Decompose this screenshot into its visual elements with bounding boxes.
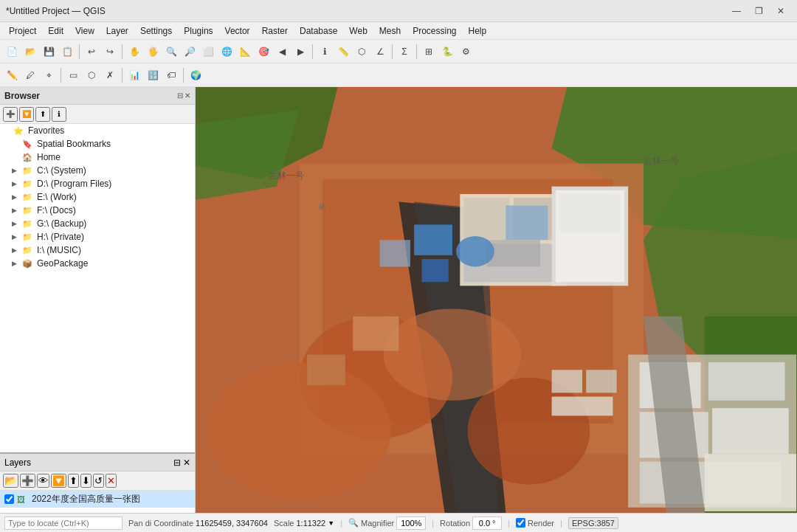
browser-add-btn[interactable]: ➕ [3, 107, 18, 122]
layers-filter-btn[interactable]: 🔽 [51, 474, 66, 488]
layers-move-up-btn[interactable]: ⬆ [68, 474, 79, 488]
menu-project[interactable]: Project [3, 24, 42, 38]
tb-undo[interactable]: ↩ [83, 43, 100, 61]
tb-label[interactable]: 🏷 [162, 66, 180, 84]
layers-close-btn[interactable]: ✕ [183, 457, 190, 468]
tb-zoom-full[interactable]: 🌐 [218, 43, 235, 61]
minimize-button[interactable]: — [726, 4, 747, 18]
tb-measure-area[interactable]: ⬡ [353, 43, 370, 61]
browser-toolbar: ➕ 🔽 ⬆ ℹ [0, 105, 195, 124]
menu-settings[interactable]: Settings [134, 24, 178, 38]
layer-visibility-checkbox[interactable] [4, 494, 14, 504]
scale-dropdown-btn[interactable]: ▼ [328, 519, 334, 527]
tb-pan-native[interactable]: 🖐 [144, 43, 162, 61]
tb-measure-angle[interactable]: ∠ [371, 43, 389, 61]
crs-badge[interactable]: EPSG:3857 [568, 517, 618, 529]
menu-web[interactable]: Web [343, 24, 373, 38]
tb-identify[interactable]: ℹ [316, 43, 334, 61]
tb-console[interactable]: ⚙ [457, 43, 475, 61]
render-label: Render [528, 519, 554, 528]
toolbar2-sep-1 [61, 68, 61, 83]
maximize-button[interactable]: ❐ [748, 4, 769, 18]
browser-tree-item[interactable]: ▶ 📁 H:\ (Private) [0, 230, 195, 243]
tb-digitize-3[interactable]: ⌖ [40, 66, 58, 84]
browser-tree-item[interactable]: ▶ 📁 G:\ (Backup) [0, 217, 195, 230]
menu-vector[interactable]: Vector [219, 24, 256, 38]
browser-filter-btn[interactable]: 🔽 [19, 107, 34, 122]
tb-deselect[interactable]: ✗ [101, 66, 119, 84]
tb-stat[interactable]: Σ [396, 43, 413, 61]
layers-visible-btn[interactable]: 👁 [37, 474, 49, 488]
tb-digitize-2[interactable]: 🖊 [21, 66, 39, 84]
browser-tree-item[interactable]: 🏠 Home [0, 151, 195, 164]
layers-undock-btn[interactable]: ⊟ [173, 457, 181, 468]
browser-tree-item[interactable]: ▶ 📁 D:\ (Program Files) [0, 177, 195, 190]
tb-zoom-back[interactable]: ◀ [273, 43, 291, 61]
menu-raster[interactable]: Raster [256, 24, 294, 38]
tb-open[interactable]: 📂 [21, 43, 39, 61]
browser-tree-item[interactable]: ▶ 📁 I:\ (MUSIC) [0, 243, 195, 257]
layers-remove-btn[interactable]: ➕ [20, 474, 35, 488]
close-button[interactable]: ✕ [770, 4, 791, 18]
tb-zoom-in[interactable]: 🔍 [162, 43, 180, 61]
tree-arrow-icon: ▶ [12, 246, 22, 254]
render-checkbox[interactable] [516, 518, 525, 528]
window-controls: — ❐ ✕ [726, 4, 791, 18]
tb-field-calc[interactable]: 🔢 [144, 66, 162, 84]
menu-view[interactable]: View [69, 24, 100, 38]
tb-select-rect[interactable]: ▭ [64, 66, 82, 84]
browser-refresh-btn[interactable]: ℹ [52, 107, 66, 122]
tb-save[interactable]: 💾 [40, 43, 58, 61]
magnifier-icon: 🔍 [348, 518, 359, 528]
browser-tree-item[interactable]: 🔖 Spatial Bookmarks [0, 137, 195, 151]
menu-plugins[interactable]: Plugins [178, 24, 218, 38]
menu-edit[interactable]: Edit [42, 24, 69, 38]
tb-rubber-band[interactable]: ⬜ [199, 43, 217, 61]
tb-attr-table[interactable]: 📊 [125, 66, 143, 84]
browser-close-btn[interactable]: ✕ [184, 91, 190, 100]
browser-tree-item[interactable]: ▶ 📁 E:\ (Work) [0, 190, 195, 204]
rotation-input[interactable] [472, 517, 502, 530]
tb-tile[interactable]: ⊞ [420, 43, 438, 61]
browser-tree-item[interactable]: ⭐ Favorites [0, 124, 195, 137]
layers-panel: Layers ⊟ ✕ 📂 ➕ 👁 🔽 ⬆ ⬇ ↺ ✕ 🖼 [0, 454, 195, 513]
layers-delete-btn[interactable]: ✕ [106, 474, 117, 488]
svg-text:吉林一号: 吉林一号 [269, 170, 304, 181]
tb-measure[interactable]: 📏 [334, 43, 352, 61]
layers-move-down-btn[interactable]: ⬇ [80, 474, 92, 488]
tree-arrow-icon: ▶ [12, 180, 22, 187]
tb-zoom-forward[interactable]: ▶ [291, 43, 309, 61]
locate-input[interactable] [4, 517, 123, 530]
menu-mesh[interactable]: Mesh [373, 24, 407, 38]
browser-tree-item[interactable]: ▶ 📁 F:\ (Docs) [0, 204, 195, 217]
pan-label: Pan di [128, 519, 151, 528]
browser-tree-item[interactable]: ▶ 📦 GeoPackage [0, 257, 195, 270]
tb-zoom-selection[interactable]: 🎯 [255, 43, 272, 61]
magnifier-input[interactable] [396, 517, 426, 530]
tb-new[interactable]: 📄 [3, 43, 21, 61]
layers-refresh-btn[interactable]: ↺ [93, 474, 104, 488]
map-area[interactable]: 吉林一号 吉林一号 桥 [196, 87, 797, 513]
scale-item: Scale 1:11322 ▼ [274, 519, 334, 528]
tb-pan[interactable]: ✋ [125, 43, 143, 61]
browser-collapse-btn[interactable]: ⬆ [35, 107, 50, 122]
tb-select-poly[interactable]: ⬡ [83, 66, 100, 84]
layers-content: 🖼 2022年度全国高质量一张图 [0, 491, 195, 513]
tb-python[interactable]: 🐍 [438, 43, 456, 61]
layer-item-satellite[interactable]: 🖼 2022年度全国高质量一张图 [0, 491, 195, 508]
tb-zoom-layer[interactable]: 📐 [236, 43, 254, 61]
menu-layer[interactable]: Layer [100, 24, 134, 38]
tb-zoom-out[interactable]: 🔎 [181, 43, 199, 61]
layers-add-layer-btn[interactable]: 📂 [3, 474, 18, 488]
menu-help[interactable]: Help [463, 24, 493, 38]
browser-tree-item[interactable]: ▶ 📁 C:\ (System) [0, 164, 195, 177]
tb-globe[interactable]: 🌍 [187, 66, 204, 84]
menu-database[interactable]: Database [294, 24, 343, 38]
toolbar-sep-4 [392, 44, 393, 59]
tb-redo[interactable]: ↪ [101, 43, 119, 61]
menu-processing[interactable]: Processing [407, 24, 462, 38]
tree-item-icon: 📁 [22, 246, 34, 255]
browser-undock-btn[interactable]: ⊟ [177, 91, 183, 100]
tb-digitize-1[interactable]: ✏️ [3, 66, 21, 84]
tb-save-as[interactable]: 📋 [58, 43, 76, 61]
